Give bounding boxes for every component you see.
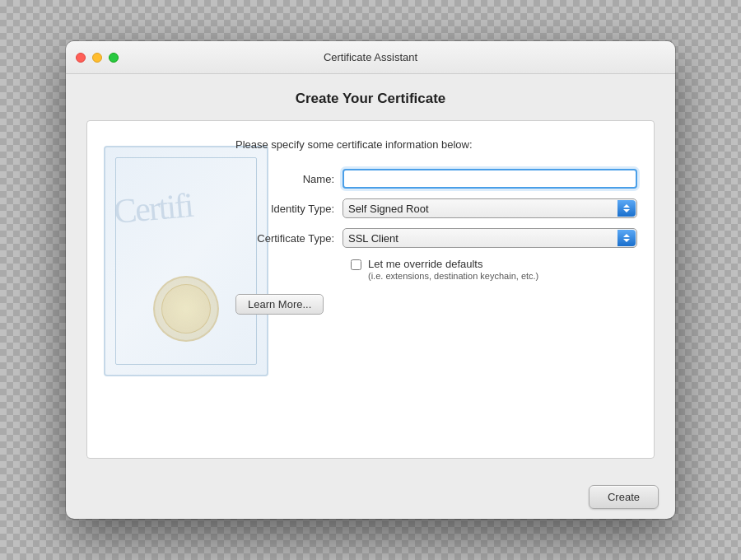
close-button[interactable] (76, 53, 86, 63)
content-area: Certifi Please specify some certificate … (86, 120, 655, 459)
identity-type-select-wrapper: Self Signed Root CA Signed Root Intermed… (343, 198, 637, 218)
cert-seal-circle (153, 276, 219, 342)
certificate-type-label: Certificate Type: (235, 232, 343, 245)
override-checkbox-row: Let me override defaults (i.e. extension… (351, 258, 637, 281)
certificate-type-row: Certificate Type: SSL Client SSL Server … (235, 228, 637, 248)
form-area: Please specify some certificate informat… (235, 138, 637, 441)
create-button[interactable]: Create (589, 485, 659, 509)
content-footer: Learn More... (235, 281, 637, 315)
name-label: Name: (235, 173, 343, 185)
certificate-type-select-wrapper: SSL Client SSL Server Email Protection C… (343, 228, 637, 248)
learn-more-button[interactable]: Learn More... (235, 294, 324, 315)
minimize-button[interactable] (92, 53, 102, 63)
identity-type-label: Identity Type: (235, 203, 343, 215)
override-sub-label: (i.e. extensions, destination keychain, … (368, 271, 538, 281)
window-body: Create Your Certificate Certifi Please s… (66, 74, 675, 475)
identity-type-select[interactable]: Self Signed Root CA Signed Root Intermed… (343, 198, 637, 218)
override-label-group: Let me override defaults (i.e. extension… (368, 258, 538, 281)
identity-type-row: Identity Type: Self Signed Root CA Signe… (235, 198, 637, 218)
cert-seal (153, 276, 219, 342)
name-input[interactable] (343, 169, 637, 189)
cert-script-text: Certifi (112, 185, 193, 231)
description-text: Please specify some certificate informat… (235, 138, 637, 152)
certificate-assistant-window: Certificate Assistant Create Your Certif… (66, 41, 675, 519)
window-title: Certificate Assistant (324, 51, 417, 63)
override-checkbox[interactable] (351, 259, 361, 270)
name-row: Name: (235, 169, 637, 189)
traffic-lights (76, 53, 119, 63)
page-title: Create Your Certificate (86, 91, 655, 107)
titlebar: Certificate Assistant (66, 41, 675, 74)
certificate-type-select[interactable]: SSL Client SSL Server Email Protection C… (343, 228, 637, 248)
cert-seal-inner (161, 284, 211, 334)
override-main-label: Let me override defaults (368, 258, 538, 270)
maximize-button[interactable] (109, 53, 119, 63)
window-footer: Create (66, 475, 675, 519)
